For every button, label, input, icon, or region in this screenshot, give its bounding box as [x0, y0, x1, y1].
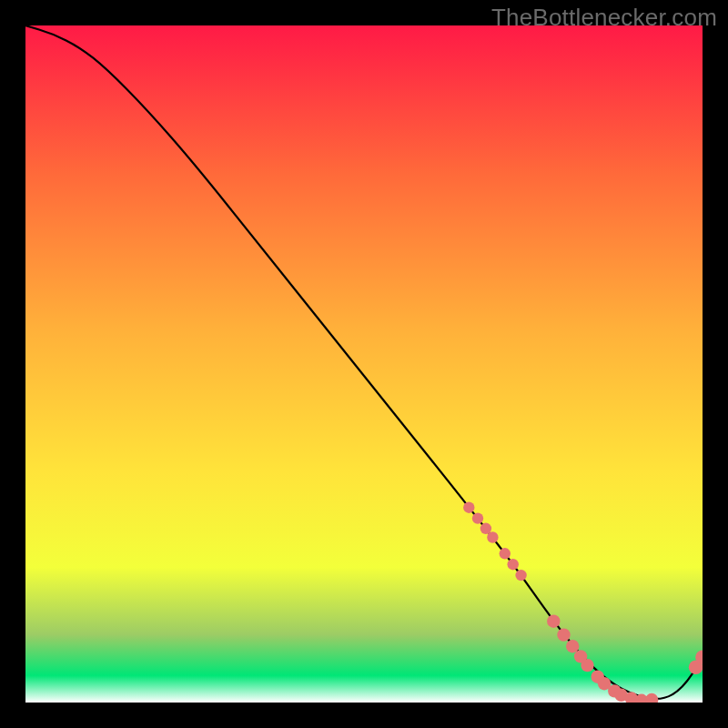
data-point: [463, 502, 474, 513]
data-point: [487, 531, 498, 542]
data-point: [480, 523, 491, 534]
data-point: [508, 559, 519, 570]
data-point: [557, 628, 570, 641]
data-point: [472, 512, 483, 523]
data-point: [581, 659, 593, 672]
data-point: [566, 640, 579, 652]
data-point: [515, 570, 526, 581]
gradient-background: [25, 25, 703, 703]
chart-svg: [25, 25, 703, 703]
data-point: [500, 548, 511, 559]
chart-plot: [25, 25, 703, 703]
data-point: [547, 615, 560, 628]
chart-stage: TheBottlenecker.com: [0, 0, 728, 728]
